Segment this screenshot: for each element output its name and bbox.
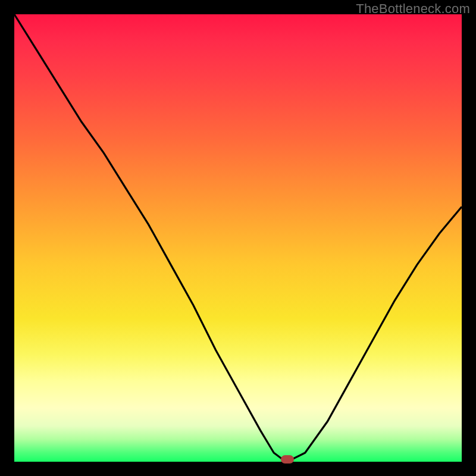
chart-frame: TheBottleneck.com: [0, 0, 476, 476]
watermark-text: TheBottleneck.com: [356, 1, 470, 17]
optimal-marker: [281, 455, 294, 464]
bottleneck-curve: [14, 14, 462, 462]
plot-area: [14, 14, 462, 462]
